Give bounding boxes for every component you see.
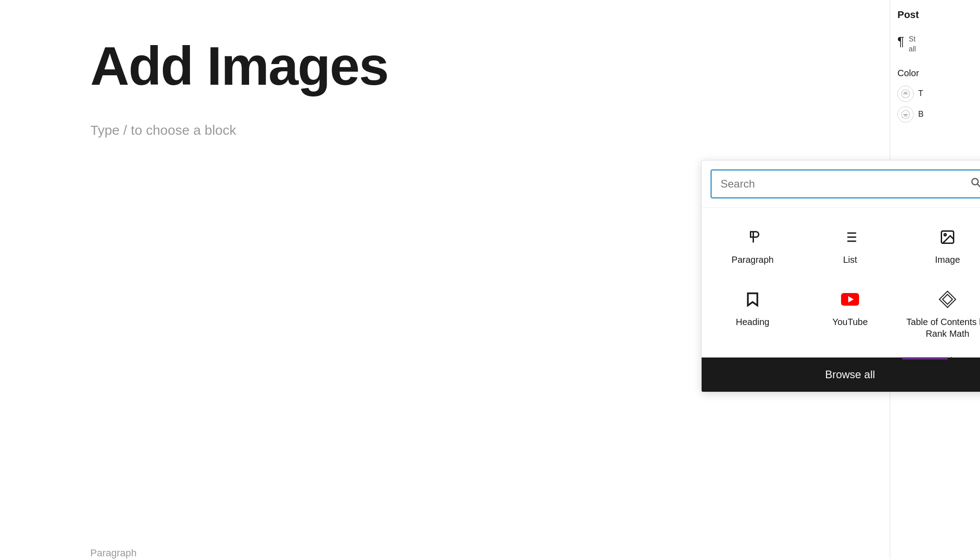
paragraph-icon xyxy=(744,226,761,248)
svg-line-3 xyxy=(978,184,980,188)
block-grid: Paragraph List xyxy=(702,208,980,357)
sidebar-tab-post[interactable]: Post xyxy=(897,9,973,21)
block-label-list: List xyxy=(843,254,857,266)
toc-icon xyxy=(938,288,957,311)
color-circle-background xyxy=(897,106,914,123)
block-item-youtube[interactable]: YouTube xyxy=(804,279,897,348)
search-wrapper xyxy=(711,170,980,198)
browse-all-label: Browse all xyxy=(825,368,875,380)
block-item-list[interactable]: List xyxy=(804,217,897,275)
sidebar-paragraph-text1: St xyxy=(909,34,916,44)
color-swatch-background[interactable]: B xyxy=(897,106,973,123)
svg-point-11 xyxy=(944,234,947,236)
heading-icon xyxy=(744,288,761,311)
block-item-paragraph[interactable]: Paragraph xyxy=(706,217,799,275)
block-label-toc: Table of Contents by Rank Math xyxy=(906,316,980,339)
editor-content: Add Images Type / to choose a block xyxy=(0,0,980,174)
block-item-image[interactable]: Image xyxy=(901,217,980,275)
post-title[interactable]: Add Images xyxy=(90,36,890,96)
color-text-label: T xyxy=(918,89,923,98)
color-circle-text xyxy=(897,86,914,102)
block-item-toc[interactable]: Table of Contents by Rank Math xyxy=(901,279,980,348)
svg-point-2 xyxy=(972,179,978,185)
search-section xyxy=(702,160,980,208)
arrow-right-indicator xyxy=(898,347,952,371)
color-section: Color T B xyxy=(897,68,973,123)
block-label-paragraph: Paragraph xyxy=(731,254,773,266)
search-input[interactable] xyxy=(712,170,980,197)
color-section-label: Color xyxy=(897,68,973,78)
color-background-label: B xyxy=(918,110,924,119)
youtube-icon xyxy=(841,288,859,311)
block-label-heading: Heading xyxy=(736,316,770,328)
search-icon xyxy=(971,177,980,191)
paragraph-bottom-label: Paragraph xyxy=(90,547,137,559)
block-label-image: Image xyxy=(935,254,960,266)
sidebar-paragraph-block: ¶ St all xyxy=(897,34,973,55)
block-label-youtube: YouTube xyxy=(832,316,868,328)
sidebar-paragraph-icon: ¶ xyxy=(897,34,904,49)
list-icon xyxy=(842,226,858,248)
block-placeholder[interactable]: Type / to choose a block xyxy=(90,123,890,138)
color-swatch-text[interactable]: T xyxy=(897,86,973,102)
block-item-heading[interactable]: Heading xyxy=(706,279,799,348)
sidebar-paragraph-text2: all xyxy=(909,44,916,54)
image-icon xyxy=(939,226,956,248)
